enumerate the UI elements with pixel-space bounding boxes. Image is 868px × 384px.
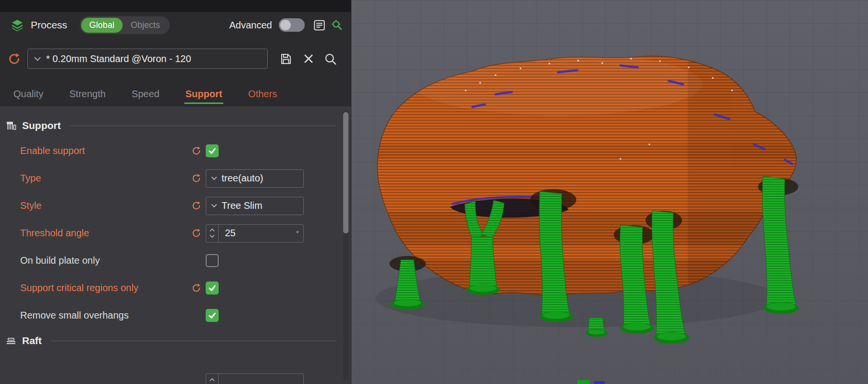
support-type-value: tree(auto) [222,173,263,184]
support-section-title: Support [22,120,61,131]
row-remove-small-overhangs: Remove small overhangs [0,302,351,329]
row-threshold-angle: Threshold angle 25 ° [0,219,351,247]
label-support-critical-regions: Support critical regions only [20,282,191,294]
row-support-type: Type tree(auto) [0,165,351,192]
settings-body: Support Enable support Type tree(auto) [0,106,351,384]
scope-global-button[interactable]: Global [81,18,123,33]
chevron-down-icon [211,204,217,208]
section-divider [69,126,336,126]
support-style-value: Tree Slim [222,200,262,211]
spinner-up-icon[interactable] [210,229,215,232]
spinner-up-icon[interactable] [210,378,215,382]
support-section-header: Support [0,114,351,137]
check-icon [208,311,217,320]
raft-section-icon [6,335,16,346]
tab-quality[interactable]: Quality [13,89,43,106]
process-panel: Process Global Objects Advanced [0,0,351,384]
advanced-label: Advanced [229,20,272,31]
chevron-down-icon [211,176,217,180]
titlebar-strip [0,0,351,12]
reset-icon[interactable] [191,228,201,238]
checkbox-on-build-plate-only[interactable] [206,254,219,267]
close-icon[interactable] [303,53,314,64]
spinner-down-icon[interactable] [210,234,215,238]
threshold-angle-unit: ° [296,229,299,237]
reset-icon[interactable] [191,173,201,183]
checkbox-support-critical-regions[interactable] [206,282,219,294]
panel-title: Process [31,19,67,31]
label-support-style: Style [20,200,191,211]
tab-strength[interactable]: Strength [69,89,106,106]
spinner-threshold-angle[interactable]: 25 ° [206,224,304,243]
settings-search-icon[interactable] [331,19,343,31]
scope-switch: Global Objects [80,16,170,34]
chevron-down-icon [34,56,41,62]
check-icon [208,283,217,293]
label-remove-small-overhangs: Remove small overhangs [20,310,191,321]
tab-support[interactable]: Support [186,89,223,106]
row-enable-support: Enable support [0,137,351,165]
spinner-arrows[interactable] [206,374,219,384]
tab-others[interactable]: Others [248,89,277,106]
search-icon[interactable] [324,52,337,65]
viewport-scene[interactable] [351,0,868,384]
scrollbar-thumb[interactable] [343,112,348,233]
reset-icon[interactable] [191,283,201,293]
settings-tabs: Quality Strength Speed Support Others [0,79,351,106]
raft-section-title: Raft [22,335,42,346]
label-on-build-plate-only: On build plate only [20,255,191,266]
reset-icon[interactable] [191,201,201,211]
row-support-critical-regions: Support critical regions only [0,274,351,302]
scope-objects-button[interactable]: Objects [123,18,168,33]
save-icon[interactable] [279,52,292,65]
checkbox-enable-support[interactable] [206,144,219,157]
checkbox-remove-small-overhangs[interactable] [206,309,219,322]
preset-dropdown[interactable]: * 0.20mm Standard @Voron - 120 [27,49,268,69]
raft-section-header: Raft [0,329,351,352]
layers-icon [11,18,24,32]
reset-icon[interactable] [191,146,201,156]
label-enable-support: Enable support [20,145,191,156]
section-divider [50,341,336,341]
check-icon [208,146,217,155]
settings-scrollbar[interactable] [343,110,348,380]
dropdown-support-style[interactable]: Tree Slim [206,197,304,215]
label-support-type: Type [20,173,191,184]
sync-preset-icon[interactable] [8,52,21,65]
support-section-icon [6,120,16,131]
preset-value: * 0.20mm Standard @Voron - 120 [46,53,191,64]
dropdown-support-type[interactable]: tree(auto) [206,169,304,188]
app-window: Process Global Objects Advanced [0,0,868,384]
advanced-toggle[interactable] [279,18,305,32]
toggle-knob [280,20,291,30]
active-tab-indicator [184,102,224,104]
threshold-angle-value: 25 [225,228,236,239]
row-support-style: Style Tree Slim [0,192,351,219]
process-header: Process Global Objects Advanced [0,12,351,38]
preset-row: * 0.20mm Standard @Voron - 120 [0,38,351,79]
list-icon[interactable] [313,19,325,31]
tab-support-label: Support [186,89,223,99]
viewport-3d[interactable] [351,0,868,384]
spinner-arrows[interactable] [206,225,219,242]
tab-speed[interactable]: Speed [132,89,160,106]
spinner-partial-raft[interactable] [206,373,304,384]
row-on-build-plate-only: On build plate only [0,247,351,274]
label-threshold-angle: Threshold angle [20,228,191,239]
